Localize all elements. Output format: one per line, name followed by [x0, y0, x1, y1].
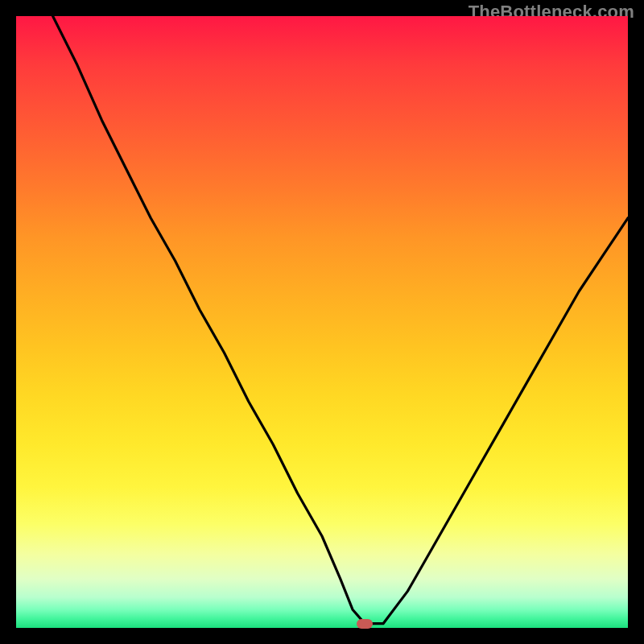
optimum-marker — [357, 619, 373, 629]
bottleneck-curve — [16, 16, 628, 628]
chart-frame: TheBottleneck.com — [0, 0, 644, 644]
curve-path — [53, 16, 628, 624]
plot-area — [16, 16, 628, 628]
